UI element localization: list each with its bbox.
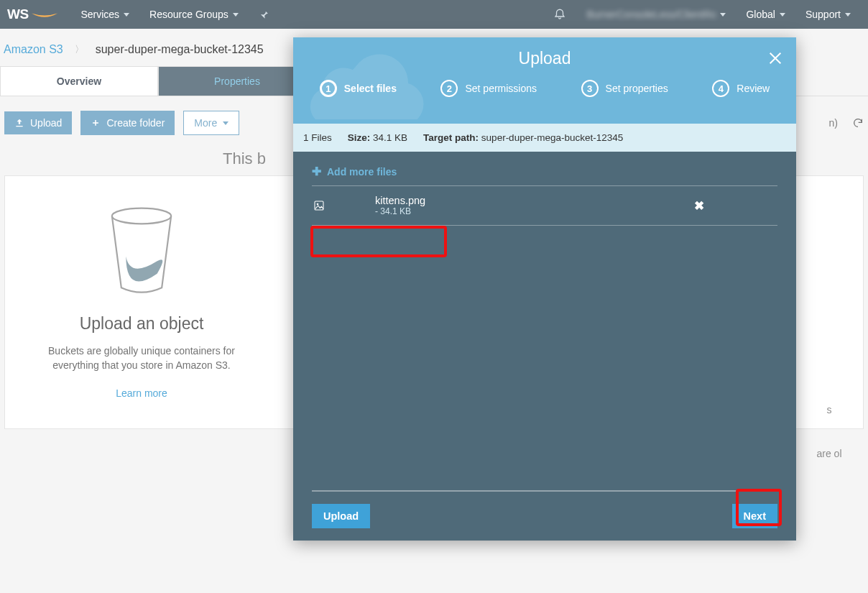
add-more-files[interactable]: ✚ Add more files xyxy=(312,165,777,185)
info-size: Size: 34.1 KB xyxy=(348,132,407,143)
cloud-upload-bg-icon xyxy=(300,33,437,119)
modal-close-button[interactable] xyxy=(767,50,783,69)
svg-point-2 xyxy=(317,203,319,206)
plus-icon: ✚ xyxy=(312,165,321,178)
step-review[interactable]: 4Review xyxy=(712,80,770,97)
step-set-permissions[interactable]: 2Set permissions xyxy=(440,80,537,97)
modal-info-bar: 1 Files Size: 34.1 KB Target path: super… xyxy=(293,124,796,152)
info-files-count: 1 Files xyxy=(303,132,332,143)
close-icon xyxy=(767,50,783,66)
upload-modal: Upload 1Select files 2Set permissions 3S… xyxy=(293,37,796,541)
modal-footer: Upload Next xyxy=(312,490,777,541)
file-list: kittens.png - 34.1 KB ✖ xyxy=(312,185,777,226)
step-set-properties[interactable]: 3Set properties xyxy=(581,80,668,97)
modal-next-button[interactable]: Next xyxy=(732,504,777,528)
file-name: kittens.png xyxy=(375,195,425,206)
modal-body: ✚ Add more files kittens.png - 34.1 KB ✖ xyxy=(293,152,796,490)
file-row[interactable]: kittens.png - 34.1 KB ✖ xyxy=(312,186,777,226)
modal-upload-button[interactable]: Upload xyxy=(312,504,370,528)
remove-file-button[interactable]: ✖ xyxy=(694,198,704,213)
info-target: Target path: super-duper-mega-bucket-123… xyxy=(423,132,623,143)
file-size: - 34.1 KB xyxy=(375,206,425,216)
svg-rect-1 xyxy=(315,201,323,210)
image-file-icon xyxy=(313,200,325,211)
modal-header: Upload 1Select files 2Set permissions 3S… xyxy=(293,37,796,124)
